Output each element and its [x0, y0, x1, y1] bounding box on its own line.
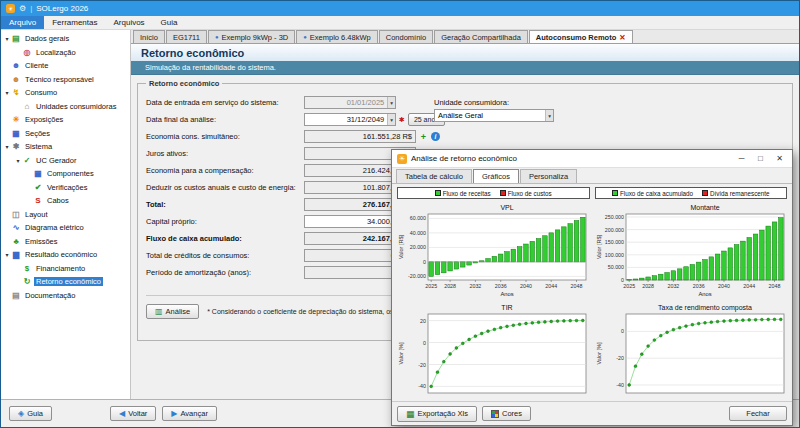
- technician-icon: ☻: [11, 75, 21, 84]
- compensation-savings-label: Economia para a compensação:: [146, 166, 304, 175]
- svg-text:Taxa de rendimento composta: Taxa de rendimento composta: [658, 304, 752, 312]
- checks-icon: ✔: [33, 183, 43, 192]
- unidade-consumidora-select[interactable]: Análise Geral ▾: [434, 109, 554, 122]
- info-icon[interactable]: i: [431, 132, 440, 141]
- sidebar-item-cabos[interactable]: SCabos: [1, 194, 130, 208]
- dialog-tab-tabela-de-calculo[interactable]: Tabela de cálculo: [396, 169, 472, 183]
- own-capital-label: Capital próprio:: [146, 217, 304, 226]
- menu-arquivos[interactable]: Arquivos: [105, 16, 152, 29]
- solergo-logo-icon: ☀: [397, 154, 407, 164]
- svg-text:Valor [%]: Valor [%]: [596, 342, 602, 364]
- voltar-button[interactable]: ◀ Voltar: [110, 406, 156, 421]
- sidebar-item-uc-gerador[interactable]: ▾✓UC Gerador: [1, 154, 130, 168]
- svg-text:0: 0: [423, 259, 426, 265]
- svg-text:2048: 2048: [571, 283, 583, 289]
- cores-button[interactable]: Cores: [482, 406, 531, 421]
- sidebar-item-cliente[interactable]: ☻Cliente: [1, 59, 130, 73]
- svg-text:Valor [R$]: Valor [R$]: [398, 235, 404, 260]
- sidebar-item-sistema[interactable]: ▾✱Sistema: [1, 140, 130, 154]
- chart-icon: ▥: [155, 307, 163, 316]
- fechar-button[interactable]: Fechar: [729, 406, 787, 421]
- expand-arrow-icon[interactable]: ▾: [3, 35, 11, 42]
- consumer-unit-block: Unidade consumidora: Análise Geral ▾: [434, 94, 554, 122]
- validation-mark-icon: ✱: [399, 116, 405, 124]
- sidebar-item-emissoes[interactable]: ♣Emissões: [1, 235, 130, 249]
- tab-eg1711[interactable]: EG1711: [166, 30, 207, 43]
- chart-montante: 250.000200.000150.000100.00050.000020252…: [595, 202, 788, 299]
- expand-arrow-icon[interactable]: ▾: [14, 157, 22, 164]
- svg-text:2028: 2028: [642, 283, 654, 289]
- dropdown-arrow-icon[interactable]: ▾: [387, 114, 395, 125]
- sidebar-item-componentes[interactable]: ▦Componentes: [1, 167, 130, 181]
- minimize-icon[interactable]: ─: [734, 154, 749, 163]
- sidebar-item-documentacao[interactable]: ▤Documentação: [1, 289, 130, 303]
- close-icon[interactable]: ✕: [772, 154, 787, 163]
- menu-ferramentas[interactable]: Ferramentas: [44, 16, 105, 29]
- svg-text:VPL: VPL: [500, 204, 513, 211]
- sidebar-item-secoes[interactable]: ▦Seções: [1, 127, 130, 141]
- sidebar-item-label: Documentação: [23, 291, 77, 300]
- tab-autoconsumo-remoto[interactable]: Autoconsumo Remoto✕: [529, 30, 633, 43]
- gear-icon[interactable]: ⚙: [19, 4, 26, 13]
- tab-condominio[interactable]: Condomínio: [379, 30, 433, 43]
- sidebar-item-diagrama-eletrico[interactable]: ∿Diagrama elétrico: [1, 221, 130, 235]
- svg-text:2036: 2036: [495, 283, 507, 289]
- guia-button[interactable]: ◈ Guia: [9, 406, 52, 421]
- cables-icon: S: [33, 196, 43, 205]
- export-xls-button[interactable]: ▦ Exportação Xls: [397, 406, 477, 422]
- dropdown-arrow-icon[interactable]: ▾: [545, 110, 553, 121]
- svg-text:TIR: TIR: [501, 304, 512, 311]
- dialog-titlebar[interactable]: ☀ Análise de retorno econômico ─ □ ✕: [392, 150, 792, 168]
- sidebar-item-label: Financiamento: [34, 264, 87, 273]
- sidebar-item-label: Layout: [23, 210, 50, 219]
- analise-button[interactable]: ▥ Análise: [146, 304, 199, 319]
- end-date-label: Data final da análise:: [146, 115, 304, 124]
- avancar-button[interactable]: ▶ Avançar: [162, 406, 217, 421]
- palette-icon: [491, 410, 499, 418]
- sidebar-item-label: Unidades consumidoras: [34, 102, 118, 111]
- svg-text:2025: 2025: [623, 283, 635, 289]
- tab-exemplo-9kwp-3d[interactable]: ●Exemplo 9kWp - 3D: [208, 30, 295, 43]
- sidebar-item-consumo[interactable]: ▾↯Consumo: [1, 86, 130, 100]
- tab-exemplo-6-48kwp[interactable]: ●Exemplo 6.48kWp: [296, 30, 378, 43]
- end-date-field[interactable]: 31/12/2049 ▾: [304, 113, 396, 126]
- dialog-tab-personaliza[interactable]: Personaliza: [520, 169, 577, 183]
- sidebar-item-verificacoes[interactable]: ✔Verificações: [1, 181, 130, 195]
- sidebar-item-label: Cliente: [23, 61, 50, 70]
- svg-text:-20.000: -20.000: [408, 273, 426, 279]
- svg-text:2032: 2032: [667, 283, 679, 289]
- maximize-icon[interactable]: □: [753, 154, 768, 163]
- system-icon: ✱: [11, 142, 21, 151]
- menu-arquivo[interactable]: Arquivo: [1, 16, 44, 29]
- sidebar-item-label: Exposições: [23, 115, 65, 124]
- titlebar[interactable]: ☀ ⚙ | SOLergo 2026: [1, 1, 799, 16]
- sidebar-item-label: Emissões: [23, 237, 60, 246]
- sidebar-item-layout[interactable]: ◫Layout: [1, 208, 130, 222]
- sidebar-item-dados-gerais[interactable]: ▾▤Dados gerais: [1, 32, 130, 46]
- expand-arrow-icon[interactable]: ▾: [3, 89, 11, 96]
- close-tab-icon[interactable]: ✕: [619, 33, 625, 42]
- svg-text:2040: 2040: [520, 283, 532, 289]
- tab-inicio[interactable]: Início: [133, 30, 165, 43]
- legend-swatch: [500, 190, 506, 196]
- svg-text:100.000: 100.000: [604, 252, 623, 258]
- generator-icon: ✓: [22, 156, 32, 165]
- tab-geracao-compartilhada[interactable]: Geração Compartilhada: [434, 30, 528, 43]
- sidebar-item-retorno-economico[interactable]: ↻Retorno econômico: [1, 275, 130, 289]
- sidebar-item-resultado-economico[interactable]: ▾▆Resultado econômico: [1, 248, 130, 262]
- sidebar-item-localizacao[interactable]: ◎Localização: [1, 46, 130, 60]
- interest-label: Juros ativos:: [146, 149, 304, 158]
- menu-guia[interactable]: Guia: [153, 16, 186, 29]
- dialog-tab-graficos[interactable]: Gráficos: [473, 169, 519, 183]
- legend-cash-flows: Fluxo de receitasFluxo de custos: [397, 187, 590, 199]
- project-icon: ●: [215, 34, 219, 40]
- legend-accumulated: Fluxo de caixa acumuladoDívida remanesce…: [595, 187, 788, 199]
- expand-arrow-icon[interactable]: ▾: [3, 143, 11, 150]
- sidebar-item-financiamento[interactable]: $Financiamento: [1, 262, 130, 276]
- expand-arrow-icon[interactable]: ▾: [3, 251, 11, 258]
- tab-label: EG1711: [173, 33, 200, 42]
- sidebar-item-exposicoes[interactable]: ☀Exposições: [1, 113, 130, 127]
- sidebar-item-unidades-consumidoras[interactable]: ⌂Unidades consumidoras: [1, 100, 130, 114]
- sidebar-item-tecnico-responsavel[interactable]: ☻Técnico responsável: [1, 73, 130, 87]
- simultaneous-savings-label: Economia cons. simultâneo:: [146, 132, 304, 141]
